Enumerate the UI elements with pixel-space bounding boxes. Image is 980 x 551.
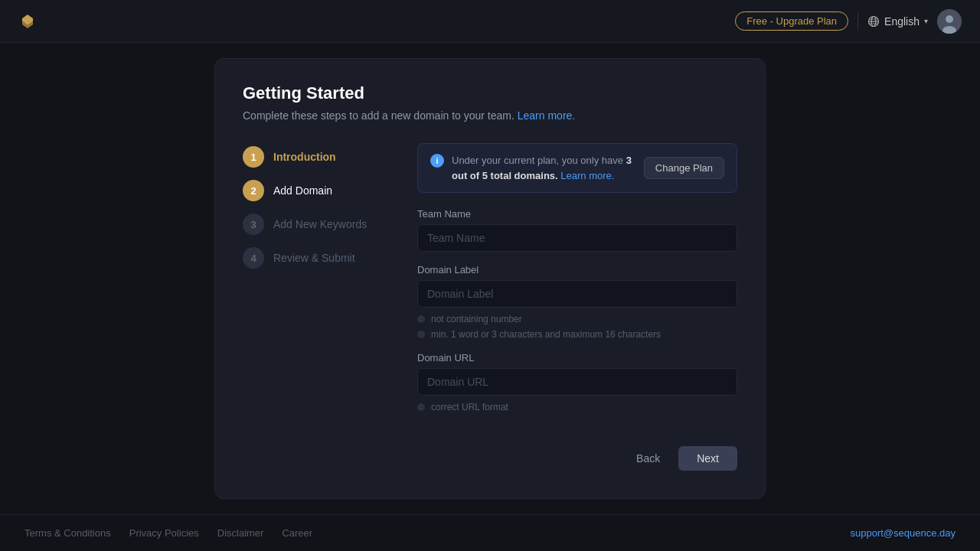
step-4[interactable]: 4 Review & Submit (243, 247, 396, 269)
main-content: Getting Started Complete these steps to … (0, 43, 980, 514)
domain-url-label: Domain URL (417, 352, 737, 364)
step-2-label: Add Domain (273, 184, 332, 197)
domain-url-field-group: Domain URL correct URL format (417, 352, 737, 412)
upgrade-plan-button[interactable]: Free - Upgrade Plan (735, 11, 848, 31)
app-logo-icon (18, 12, 37, 31)
footer-career-link[interactable]: Career (282, 527, 312, 539)
back-button[interactable]: Back (627, 446, 669, 471)
hint-row-2: min. 1 word or 3 characters and maximum … (417, 329, 737, 340)
svg-point-6 (946, 15, 953, 23)
change-plan-button[interactable]: Change Plan (644, 157, 724, 179)
learn-more-link[interactable]: Learn more. (518, 109, 575, 122)
step-4-badge: 4 (243, 247, 264, 269)
getting-started-card: Getting Started Complete these steps to … (214, 58, 766, 499)
chevron-down-icon: ▾ (924, 17, 928, 25)
footer-terms-link[interactable]: Terms & Conditions (24, 527, 111, 539)
navbar-divider (858, 12, 858, 31)
step-3-label: Add New Keywords (273, 218, 367, 230)
domain-label-input[interactable] (417, 280, 737, 308)
language-label: English (884, 15, 920, 28)
page-subtitle: Complete these steps to add a new domain… (243, 109, 737, 122)
step-3-badge: 3 (243, 214, 264, 235)
hint-dot-1 (417, 315, 425, 323)
page-footer: Terms & Conditions Privacy Policies Disc… (0, 514, 980, 551)
team-name-input[interactable] (417, 224, 737, 252)
hint-text-2: min. 1 word or 3 characters and maximum … (431, 329, 661, 340)
navbar-right: Free - Upgrade Plan English ▾ (735, 9, 962, 34)
info-text: Under your current plan, you only have 3… (452, 153, 636, 183)
footer-support-email[interactable]: support@sequence.day (850, 527, 956, 539)
globe-icon (867, 15, 880, 28)
form-panel: i Under your current plan, you only have… (417, 143, 737, 471)
domain-label-field-group: Domain Label not containing number min. … (417, 264, 737, 340)
hint-dot-2 (417, 331, 425, 338)
domain-url-input[interactable] (417, 368, 737, 396)
hint-dot-url-1 (417, 403, 425, 411)
card-footer: Back Next (417, 446, 737, 471)
footer-disclaimer-link[interactable]: Disclaimer (217, 527, 264, 539)
step-2-badge: 2 (243, 180, 264, 201)
info-banner: i Under your current plan, you only have… (417, 143, 737, 193)
language-selector[interactable]: English ▾ (867, 15, 928, 28)
step-1[interactable]: 1 Introduction (243, 146, 396, 168)
hint-text-1: not containing number (431, 314, 522, 324)
info-icon: i (430, 154, 444, 168)
team-name-label: Team Name (417, 208, 737, 220)
domain-url-hints: correct URL format (417, 402, 737, 412)
step-2[interactable]: 2 Add Domain (243, 180, 396, 201)
banner-learn-more-link[interactable]: Learn more. (560, 170, 614, 181)
navbar: Free - Upgrade Plan English ▾ (0, 0, 980, 43)
avatar[interactable] (937, 9, 962, 34)
hint-text-url-1: correct URL format (431, 402, 508, 412)
step-3[interactable]: 3 Add New Keywords (243, 214, 396, 235)
step-1-badge: 1 (243, 146, 264, 168)
step-4-label: Review & Submit (273, 252, 355, 264)
card-body: 1 Introduction 2 Add Domain 3 Add New Ke… (243, 143, 737, 471)
footer-privacy-link[interactable]: Privacy Policies (129, 527, 199, 539)
domain-label-label: Domain Label (417, 264, 737, 276)
step-1-label: Introduction (273, 151, 336, 163)
page-title: Getting Started (243, 83, 737, 103)
logo (18, 12, 37, 31)
hint-row-1: not containing number (417, 314, 737, 324)
domain-label-hints: not containing number min. 1 word or 3 c… (417, 314, 737, 340)
team-name-field-group: Team Name (417, 208, 737, 252)
next-button[interactable]: Next (678, 446, 737, 471)
stepper: 1 Introduction 2 Add Domain 3 Add New Ke… (243, 143, 396, 471)
hint-row-url-1: correct URL format (417, 402, 737, 412)
footer-links: Terms & Conditions Privacy Policies Disc… (24, 527, 312, 539)
